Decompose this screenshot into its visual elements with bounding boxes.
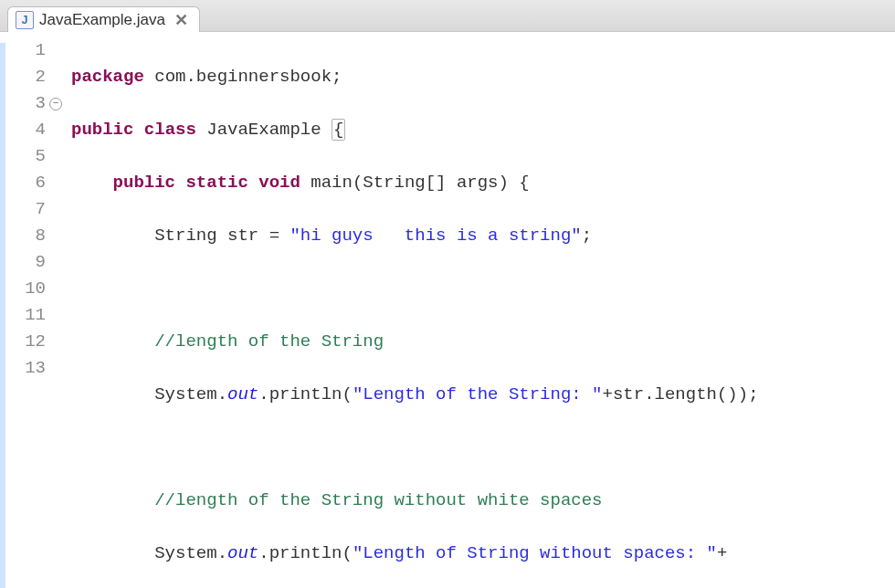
line-number: 4 bbox=[0, 117, 64, 143]
file-tab[interactable]: J JavaExample.java ✕ bbox=[7, 6, 200, 32]
brace: { bbox=[519, 173, 529, 193]
sp bbox=[300, 173, 311, 193]
stmt: String str = bbox=[71, 226, 290, 246]
class-name: JavaExample bbox=[196, 120, 332, 140]
kw-public: public bbox=[71, 120, 133, 140]
string-literal: "Length of String without spaces: " bbox=[353, 543, 717, 563]
line-number: 2 bbox=[0, 64, 64, 90]
tab-bar: J JavaExample.java ✕ bbox=[0, 0, 895, 32]
kw-static: static bbox=[185, 173, 247, 193]
stmt: System. bbox=[71, 543, 227, 563]
stmt: + bbox=[717, 543, 727, 563]
stmt: System. bbox=[71, 384, 227, 404]
comment: //length of the String bbox=[71, 331, 384, 352]
matched-brace: { bbox=[332, 119, 345, 141]
sp bbox=[175, 173, 185, 193]
line-number: 10 bbox=[0, 276, 64, 302]
editor-area: J JavaExample.java ✕ 1 2 3− 4 5 6 7 8 9 … bbox=[0, 0, 895, 588]
line-number: 9 bbox=[0, 249, 64, 276]
stmt: .println( bbox=[258, 543, 353, 563]
semi: ; bbox=[582, 226, 592, 246]
method-sig: main(String[] args) bbox=[311, 173, 519, 193]
line-number: 6 bbox=[0, 170, 64, 196]
ws bbox=[71, 173, 113, 193]
comment: //length of the String without white spa… bbox=[71, 490, 603, 510]
kw-class: class bbox=[144, 120, 196, 140]
stmt: +str.length()); bbox=[603, 384, 759, 404]
line-number: 1 bbox=[0, 37, 64, 64]
sp bbox=[133, 120, 143, 140]
line-number: 12 bbox=[0, 329, 64, 355]
code-text[interactable]: package com.beginnersbook; public class … bbox=[64, 37, 759, 588]
line-number: 11 bbox=[0, 302, 64, 329]
line-number: 5 bbox=[0, 143, 64, 170]
string-literal: "Length of the String: " bbox=[353, 384, 603, 404]
line-number: 3− bbox=[0, 90, 64, 117]
tab-label: JavaExample.java bbox=[39, 11, 165, 29]
gutter: 1 2 3− 4 5 6 7 8 9 10 11 12 13 bbox=[0, 37, 64, 588]
line-number: 7 bbox=[0, 196, 64, 223]
java-file-icon: J bbox=[16, 11, 34, 29]
line-number: 13 bbox=[0, 355, 64, 382]
fold-toggle-icon[interactable]: − bbox=[49, 98, 62, 110]
code-editor[interactable]: 1 2 3− 4 5 6 7 8 9 10 11 12 13 package c… bbox=[0, 32, 895, 588]
kw-void: void bbox=[258, 173, 300, 193]
kw-public: public bbox=[113, 173, 175, 193]
static-field: out bbox=[227, 384, 258, 404]
kw-package: package bbox=[71, 67, 144, 87]
string-literal: "hi guys this is a string" bbox=[290, 226, 581, 246]
close-icon[interactable]: ✕ bbox=[174, 10, 188, 30]
package-name: com.beginnersbook; bbox=[144, 67, 342, 87]
static-field: out bbox=[227, 543, 258, 563]
line-number: 8 bbox=[0, 223, 64, 249]
stmt: .println( bbox=[258, 384, 353, 404]
sp bbox=[248, 173, 258, 193]
